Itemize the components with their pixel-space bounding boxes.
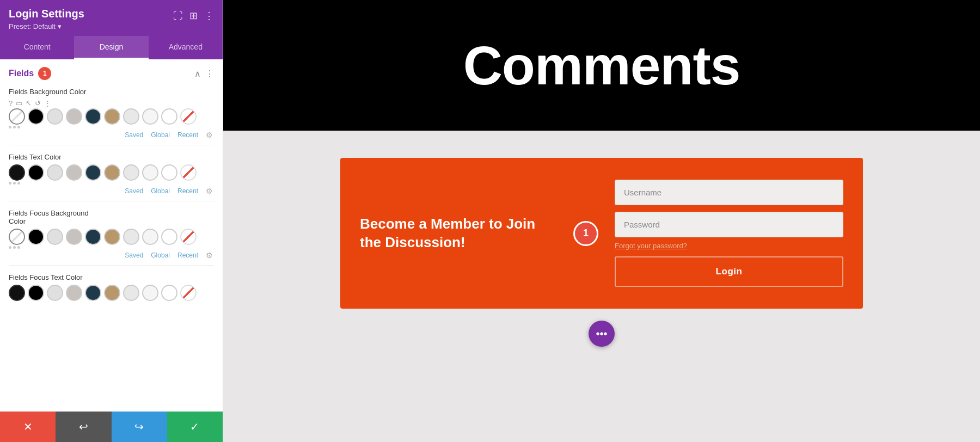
login-badge: 1 bbox=[573, 221, 598, 246]
swatch-black-bg[interactable] bbox=[28, 108, 44, 125]
saved-label-bg[interactable]: Saved bbox=[125, 131, 143, 139]
swatch-warmgray-text[interactable] bbox=[66, 164, 82, 181]
section-more-icon[interactable]: ⋮ bbox=[205, 69, 214, 79]
swatch-nearwhite-focus-bg[interactable] bbox=[142, 229, 158, 245]
global-label-text[interactable]: Global bbox=[151, 187, 170, 195]
recent-label-text[interactable]: Recent bbox=[177, 187, 198, 195]
tab-content[interactable]: Content bbox=[0, 36, 74, 59]
section-title: Fields bbox=[9, 69, 34, 78]
section-actions: ∧ ⋮ bbox=[194, 69, 214, 79]
gear-icon-bg[interactable]: ⚙ bbox=[206, 131, 213, 139]
field-label-bg: Fields Background Color bbox=[9, 88, 214, 96]
cancel-button[interactable]: ✕ bbox=[0, 412, 56, 442]
global-label-bg[interactable]: Global bbox=[151, 131, 170, 139]
color-meta-focus-bg: Saved Global Recent ⚙ bbox=[9, 251, 214, 260]
left-panel: Login Settings Preset: Default ▾ ⛶ ⊞ ⋮ C… bbox=[0, 0, 223, 442]
more-icon-bg[interactable]: ⋮ bbox=[44, 99, 51, 107]
tabs-bar: Content Design Advanced bbox=[0, 36, 223, 59]
recent-label-focus-bg[interactable]: Recent bbox=[177, 251, 198, 259]
swatch-silver-focus-bg[interactable] bbox=[123, 229, 139, 245]
comments-banner: Comments bbox=[223, 0, 980, 131]
undo-button[interactable]: ↩ bbox=[56, 412, 111, 442]
color-group-focus-text: Fields Focus Text Color bbox=[9, 273, 214, 301]
tab-design[interactable]: Design bbox=[74, 36, 148, 59]
global-label-focus-bg[interactable]: Global bbox=[151, 251, 170, 259]
swatch-transparent-bg[interactable] bbox=[9, 108, 25, 125]
redo-icon: ↪ bbox=[134, 420, 144, 433]
swatch-warmgray-bg[interactable] bbox=[66, 108, 82, 125]
swatch-warmgray-focus-bg[interactable] bbox=[66, 229, 82, 245]
swatch-nearwhite-focus-text[interactable] bbox=[142, 285, 158, 301]
swatch-darkblue-focus-bg[interactable] bbox=[85, 229, 101, 245]
save-button[interactable]: ✓ bbox=[167, 412, 223, 442]
section-header: Fields 1 ∧ ⋮ bbox=[9, 67, 214, 80]
swatch-none-focus-bg[interactable] bbox=[180, 229, 197, 245]
swatch-silver-text[interactable] bbox=[123, 164, 139, 181]
swatch-white-text[interactable] bbox=[161, 164, 177, 181]
mobile-icon-bg[interactable]: ▭ bbox=[16, 99, 22, 107]
swatch-white-focus-text[interactable] bbox=[161, 285, 177, 301]
swatch-lightgray-focus-bg[interactable] bbox=[47, 229, 63, 245]
swatch-tan-text[interactable] bbox=[104, 164, 120, 181]
color-group-bg: Fields Background Color ? ▭ ↖ ↺ ⋮ bbox=[9, 88, 214, 139]
gear-icon-focus-bg[interactable]: ⚙ bbox=[206, 251, 213, 260]
swatch-darkblue-text[interactable] bbox=[85, 164, 101, 181]
cursor-icon-bg[interactable]: ↖ bbox=[26, 99, 32, 107]
swatch-nearwhite-bg[interactable] bbox=[142, 108, 158, 125]
swatch-white-bg[interactable] bbox=[161, 108, 177, 125]
swatch-tan-focus-bg[interactable] bbox=[104, 229, 120, 245]
badge-wrap: 1 bbox=[573, 180, 598, 287]
swatch-darkblue-focus-text[interactable] bbox=[85, 285, 101, 301]
save-icon: ✓ bbox=[190, 420, 199, 433]
panel-preset[interactable]: Preset: Default ▾ bbox=[9, 22, 84, 30]
swatch-tan-bg[interactable] bbox=[104, 108, 120, 125]
password-input[interactable] bbox=[615, 212, 843, 237]
swatch-black-focus-text-filled[interactable] bbox=[9, 285, 25, 301]
login-section: Become a Member to Join the Discussion! … bbox=[223, 131, 980, 442]
swatch-tan-focus-text[interactable] bbox=[104, 285, 120, 301]
panel-title: Login Settings bbox=[9, 8, 84, 20]
reset-icon-bg[interactable]: ↺ bbox=[35, 99, 41, 107]
username-input[interactable] bbox=[615, 180, 843, 205]
fullscreen-icon[interactable]: ⛶ bbox=[173, 10, 183, 22]
color-swatches-focus-text bbox=[9, 285, 214, 301]
gear-icon-text[interactable]: ⚙ bbox=[206, 187, 213, 195]
question-icon-bg[interactable]: ? bbox=[9, 99, 13, 107]
swatch-nearwhite-text[interactable] bbox=[142, 164, 158, 181]
undo-icon: ↩ bbox=[79, 420, 88, 433]
swatch-lightgray-text[interactable] bbox=[47, 164, 63, 181]
color-group-text: Fields Text Color Saved Global Recent ⚙ bbox=[9, 153, 214, 195]
swatch-darkblue-bg[interactable] bbox=[85, 108, 101, 125]
tab-advanced[interactable]: Advanced bbox=[149, 36, 223, 59]
swatch-lightgray-bg[interactable] bbox=[47, 108, 63, 125]
color-swatches-focus-bg bbox=[9, 229, 214, 245]
swatch-black-text-filled[interactable] bbox=[9, 164, 25, 181]
swatch-lightgray-focus-text[interactable] bbox=[47, 285, 63, 301]
swatch-black-focus-bg[interactable] bbox=[28, 229, 44, 245]
swatch-transparent-focus-bg[interactable] bbox=[9, 229, 25, 245]
swatch-none-bg[interactable] bbox=[180, 108, 197, 125]
saved-label-focus-bg[interactable]: Saved bbox=[125, 251, 143, 259]
forgot-password-link[interactable]: Forgot your password? bbox=[615, 242, 843, 250]
login-left: Become a Member to Join the Discussion! bbox=[360, 180, 557, 287]
swatch-silver-focus-text[interactable] bbox=[123, 285, 139, 301]
login-button[interactable]: Login bbox=[615, 256, 843, 287]
swatch-white-focus-bg[interactable] bbox=[161, 229, 177, 245]
swatch-warmgray-focus-text[interactable] bbox=[66, 285, 82, 301]
grid-icon[interactable]: ⊞ bbox=[189, 10, 198, 22]
swatch-none-focus-text[interactable] bbox=[180, 285, 197, 301]
field-label-focus-text: Fields Focus Text Color bbox=[9, 273, 214, 281]
swatch-silver-bg[interactable] bbox=[123, 108, 139, 125]
main-content: Comments Become a Member to Join the Dis… bbox=[223, 0, 980, 442]
color-meta-bg: Saved Global Recent ⚙ bbox=[9, 131, 214, 139]
saved-label-text[interactable]: Saved bbox=[125, 187, 143, 195]
more-options-button[interactable]: ••• bbox=[589, 321, 615, 347]
swatch-black-focus-text[interactable] bbox=[28, 285, 44, 301]
swatch-none-text[interactable] bbox=[180, 164, 197, 181]
swatch-black-text[interactable] bbox=[28, 164, 44, 181]
recent-label-bg[interactable]: Recent bbox=[177, 131, 198, 139]
redo-button[interactable]: ↪ bbox=[112, 412, 167, 442]
panel-header: Login Settings Preset: Default ▾ ⛶ ⊞ ⋮ bbox=[0, 0, 223, 36]
more-icon[interactable]: ⋮ bbox=[204, 10, 214, 22]
collapse-icon[interactable]: ∧ bbox=[194, 69, 201, 79]
